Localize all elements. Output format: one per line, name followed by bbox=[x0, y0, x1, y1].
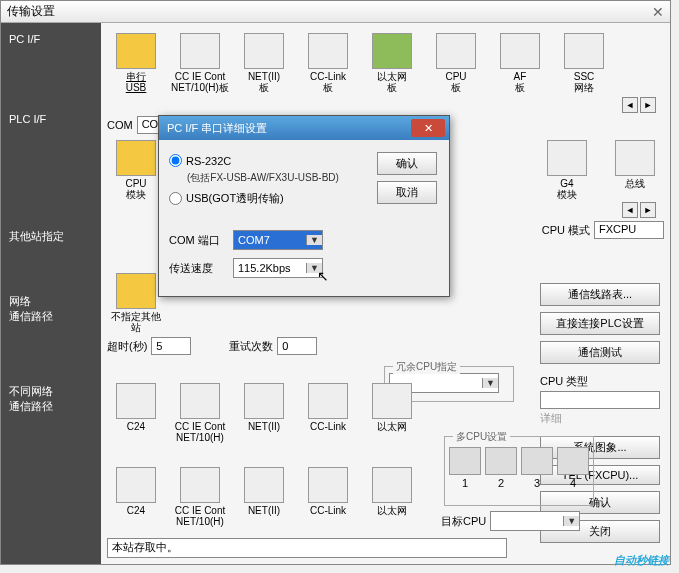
target-cpu-combo[interactable]: ▼ bbox=[490, 511, 580, 531]
device-icon bbox=[615, 140, 655, 176]
device-icon bbox=[244, 33, 284, 69]
speed-label: 传送速度 bbox=[169, 261, 225, 276]
multicpu-label: 多CPU设置 bbox=[453, 430, 510, 444]
icon-ccie3[interactable]: CC IE Cont NET/10(H) bbox=[171, 467, 229, 527]
device-icon bbox=[116, 273, 156, 309]
icon-netii2[interactable]: NET(II) bbox=[235, 383, 293, 432]
dialog-title-bar[interactable]: PC I/F 串口详细设置 ✕ bbox=[159, 116, 449, 140]
sidebar-item-other[interactable]: 其他站指定 bbox=[1, 219, 101, 254]
cpu-mode-label: CPU 模式 bbox=[542, 223, 590, 238]
icon-no-other[interactable]: 不指定其他站 bbox=[107, 273, 165, 333]
device-icon bbox=[116, 140, 156, 176]
status-bar: 本站存取中。 bbox=[107, 538, 507, 558]
cpu-slot[interactable] bbox=[521, 447, 553, 475]
device-icon bbox=[244, 383, 284, 419]
icon-netii3[interactable]: NET(II) bbox=[235, 467, 293, 516]
device-icon bbox=[308, 33, 348, 69]
icon-cclink3[interactable]: CC-Link bbox=[299, 467, 357, 516]
redundant-label: 冗余CPU指定 bbox=[393, 360, 460, 374]
direct-plc-button[interactable]: 直接连接PLC设置 bbox=[540, 312, 660, 335]
device-icon bbox=[436, 33, 476, 69]
com-port-combo[interactable]: COM7 ▼ bbox=[233, 230, 323, 250]
sidebar-item-diffnet[interactable]: 不同网络 通信路径 bbox=[1, 374, 101, 424]
speed-combo[interactable]: 115.2Kbps ▼ bbox=[233, 258, 323, 278]
device-icon bbox=[308, 383, 348, 419]
device-icon bbox=[116, 467, 156, 503]
close-icon[interactable]: ✕ bbox=[652, 4, 664, 20]
cpu-type-label: CPU 类型 bbox=[540, 374, 660, 389]
scroll-left-icon[interactable]: ◄ bbox=[622, 97, 638, 113]
scroll-right-icon[interactable]: ► bbox=[640, 97, 656, 113]
retry-input[interactable] bbox=[277, 337, 317, 355]
timeout-input[interactable] bbox=[151, 337, 191, 355]
icon-c24[interactable]: C24 bbox=[107, 383, 165, 432]
icon-cpu[interactable]: CPU 板 bbox=[427, 33, 485, 93]
pcif-icon-row: 串行 USB CC IE Cont NET/10(H)板 NET(II) 板 C… bbox=[107, 33, 664, 93]
cursor-icon: ↖ bbox=[317, 268, 329, 284]
sidebar: PC I/F PLC I/F 其他站指定 网络 通信路径 不同网络 通信路径 bbox=[1, 23, 101, 564]
multicpu-fieldset: 多CPU设置 1 2 3 4 bbox=[444, 436, 594, 506]
sidebar-item-plcif[interactable]: PLC I/F bbox=[1, 103, 101, 135]
device-icon bbox=[372, 467, 412, 503]
detail-label: 详细 bbox=[540, 411, 660, 426]
cpu-mode-value: FXCPU bbox=[594, 221, 664, 239]
sidebar-item-netpath[interactable]: 网络 通信路径 bbox=[1, 284, 101, 334]
icon-cclink2[interactable]: CC-Link bbox=[299, 383, 357, 432]
device-icon bbox=[116, 33, 156, 69]
icon-eth3[interactable]: 以太网 bbox=[363, 467, 421, 516]
icon-ssc[interactable]: SSC 网络 bbox=[555, 33, 613, 93]
device-icon bbox=[500, 33, 540, 69]
device-icon bbox=[547, 140, 587, 176]
dialog-ok-button[interactable]: 确认 bbox=[377, 152, 437, 175]
dialog-close-icon[interactable]: ✕ bbox=[411, 119, 445, 137]
com-label: COM bbox=[107, 119, 133, 131]
com-port-label: COM 端口 bbox=[169, 233, 225, 248]
cpu-slot[interactable] bbox=[485, 447, 517, 475]
sidebar-item-pcif[interactable]: PC I/F bbox=[1, 23, 101, 55]
radio-usb-input[interactable] bbox=[169, 192, 182, 205]
cpu-slot[interactable] bbox=[449, 447, 481, 475]
cpu-type-input[interactable] bbox=[540, 391, 660, 409]
target-cpu-label: 目标CPU bbox=[441, 514, 486, 529]
scroll-left-icon[interactable]: ◄ bbox=[622, 202, 638, 218]
icon-bus[interactable]: 总线 bbox=[606, 140, 664, 189]
retry-label: 重试次数 bbox=[229, 339, 273, 354]
dialog-title: PC I/F 串口详细设置 bbox=[167, 121, 267, 136]
serial-detail-dialog: PC I/F 串口详细设置 ✕ RS-232C (包括FX-USB-AW/FX3… bbox=[158, 115, 450, 297]
device-icon bbox=[180, 467, 220, 503]
device-icon bbox=[244, 467, 284, 503]
dialog-cancel-button[interactable]: 取消 bbox=[377, 181, 437, 204]
icon-g4[interactable]: G4 模块 bbox=[538, 140, 596, 200]
icon-cpu-module[interactable]: CPU 模块 bbox=[107, 140, 165, 200]
icon-eth2[interactable]: 以太网 bbox=[363, 383, 421, 432]
title-bar: 传输设置 ✕ bbox=[1, 1, 670, 23]
scroll-right-icon[interactable]: ► bbox=[640, 202, 656, 218]
cpu-slot[interactable] bbox=[557, 447, 589, 475]
icon-netii[interactable]: NET(II) 板 bbox=[235, 33, 293, 93]
device-icon bbox=[116, 383, 156, 419]
icon-serial-usb[interactable]: 串行 USB bbox=[107, 33, 165, 93]
icon-cclink[interactable]: CC-Link 板 bbox=[299, 33, 357, 93]
radio-rs232-input[interactable] bbox=[169, 154, 182, 167]
device-icon bbox=[180, 383, 220, 419]
device-icon bbox=[372, 383, 412, 419]
icon-ethernet[interactable]: 以太网 板 bbox=[363, 33, 421, 93]
icon-ccie[interactable]: CC IE Cont NET/10(H)板 bbox=[171, 33, 229, 93]
icon-af[interactable]: AF 板 bbox=[491, 33, 549, 93]
timeout-label: 超时(秒) bbox=[107, 339, 147, 354]
comm-route-button[interactable]: 通信线路表... bbox=[540, 283, 660, 306]
device-icon bbox=[308, 467, 348, 503]
chevron-down-icon: ▼ bbox=[306, 235, 322, 245]
comm-test-button[interactable]: 通信测试 bbox=[540, 341, 660, 364]
window-title: 传输设置 bbox=[7, 3, 55, 20]
icon-ccie2[interactable]: CC IE Cont NET/10(H) bbox=[171, 383, 229, 443]
device-icon bbox=[564, 33, 604, 69]
device-icon bbox=[372, 33, 412, 69]
chevron-down-icon: ▼ bbox=[563, 516, 579, 526]
device-icon bbox=[180, 33, 220, 69]
icon-c24b[interactable]: C24 bbox=[107, 467, 165, 516]
